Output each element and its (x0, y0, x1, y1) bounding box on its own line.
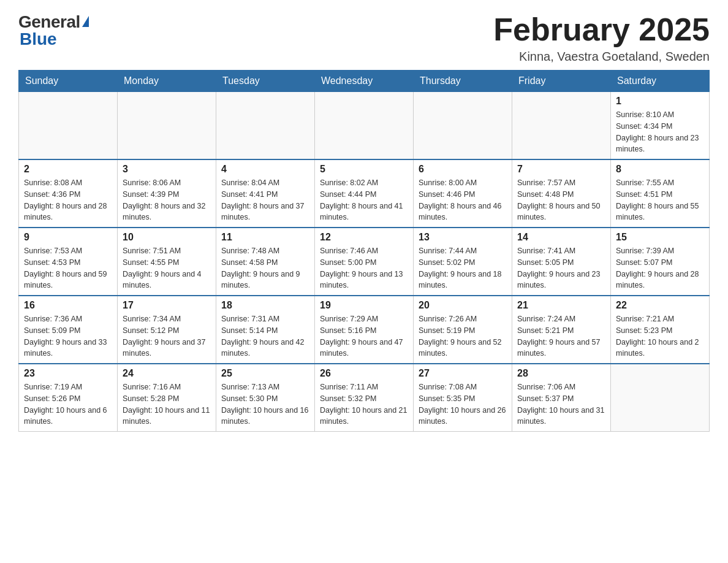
calendar-title: February 2025 (493, 12, 710, 47)
calendar-cell (19, 92, 118, 160)
header-wednesday: Wednesday (315, 71, 414, 92)
calendar-cell (315, 92, 414, 160)
day-number: 11 (221, 232, 309, 243)
calendar-cell: 11Sunrise: 7:48 AMSunset: 4:58 PMDayligh… (216, 228, 315, 296)
day-info: Sunrise: 8:02 AMSunset: 4:44 PMDaylight:… (320, 177, 408, 223)
day-info: Sunrise: 8:04 AMSunset: 4:41 PMDaylight:… (221, 177, 309, 223)
header-sunday: Sunday (19, 71, 118, 92)
day-info: Sunrise: 7:08 AMSunset: 5:35 PMDaylight:… (419, 381, 507, 427)
calendar-week-3: 9Sunrise: 7:53 AMSunset: 4:53 PMDaylight… (19, 228, 710, 296)
calendar-week-1: 1Sunrise: 8:10 AMSunset: 4:34 PMDaylight… (19, 92, 710, 160)
day-number: 13 (419, 232, 507, 243)
header-saturday: Saturday (611, 71, 710, 92)
day-info: Sunrise: 7:06 AMSunset: 5:37 PMDaylight:… (517, 381, 605, 427)
day-number: 2 (24, 164, 112, 175)
day-number: 10 (123, 232, 211, 243)
calendar-cell (611, 364, 710, 432)
calendar-week-2: 2Sunrise: 8:08 AMSunset: 4:36 PMDaylight… (19, 159, 710, 228)
day-number: 4 (221, 164, 309, 175)
calendar-cell: 28Sunrise: 7:06 AMSunset: 5:37 PMDayligh… (512, 364, 611, 432)
day-number: 16 (24, 300, 112, 311)
calendar-cell: 7Sunrise: 7:57 AMSunset: 4:48 PMDaylight… (512, 159, 611, 228)
day-number: 23 (24, 368, 112, 379)
calendar-cell: 18Sunrise: 7:31 AMSunset: 5:14 PMDayligh… (216, 296, 315, 364)
calendar-week-4: 16Sunrise: 7:36 AMSunset: 5:09 PMDayligh… (19, 296, 710, 364)
day-number: 7 (517, 164, 605, 175)
day-number: 19 (320, 300, 408, 311)
calendar-cell (512, 92, 611, 160)
calendar-cell: 23Sunrise: 7:19 AMSunset: 5:26 PMDayligh… (19, 364, 118, 432)
calendar-cell: 5Sunrise: 8:02 AMSunset: 4:44 PMDaylight… (315, 159, 414, 228)
day-info: Sunrise: 7:21 AMSunset: 5:23 PMDaylight:… (616, 313, 704, 359)
calendar-cell: 24Sunrise: 7:16 AMSunset: 5:28 PMDayligh… (118, 364, 216, 432)
header-friday: Friday (512, 71, 611, 92)
day-info: Sunrise: 7:39 AMSunset: 5:07 PMDaylight:… (616, 245, 704, 291)
day-number: 27 (419, 368, 507, 379)
calendar-cell: 20Sunrise: 7:26 AMSunset: 5:19 PMDayligh… (414, 296, 512, 364)
calendar-cell: 25Sunrise: 7:13 AMSunset: 5:30 PMDayligh… (216, 364, 315, 432)
day-number: 26 (320, 368, 408, 379)
calendar-cell: 4Sunrise: 8:04 AMSunset: 4:41 PMDaylight… (216, 159, 315, 228)
day-info: Sunrise: 7:34 AMSunset: 5:12 PMDaylight:… (123, 313, 211, 359)
calendar-cell: 13Sunrise: 7:44 AMSunset: 5:02 PMDayligh… (414, 228, 512, 296)
calendar-cell: 6Sunrise: 8:00 AMSunset: 4:46 PMDaylight… (414, 159, 512, 228)
logo: General Blue (18, 12, 89, 49)
day-number: 6 (419, 164, 507, 175)
calendar-subtitle: Kinna, Vaestra Goetaland, Sweden (493, 50, 710, 64)
day-number: 20 (419, 300, 507, 311)
day-info: Sunrise: 7:29 AMSunset: 5:16 PMDaylight:… (320, 313, 408, 359)
logo-blue-text: Blue (20, 29, 57, 49)
calendar-cell: 2Sunrise: 8:08 AMSunset: 4:36 PMDaylight… (19, 159, 118, 228)
day-info: Sunrise: 7:13 AMSunset: 5:30 PMDaylight:… (221, 381, 309, 427)
calendar-cell (118, 92, 216, 160)
day-info: Sunrise: 8:06 AMSunset: 4:39 PMDaylight:… (123, 177, 211, 223)
calendar-cell: 26Sunrise: 7:11 AMSunset: 5:32 PMDayligh… (315, 364, 414, 432)
day-info: Sunrise: 7:41 AMSunset: 5:05 PMDaylight:… (517, 245, 605, 291)
day-number: 24 (123, 368, 211, 379)
calendar-cell: 14Sunrise: 7:41 AMSunset: 5:05 PMDayligh… (512, 228, 611, 296)
day-number: 1 (616, 96, 704, 107)
calendar-cell: 8Sunrise: 7:55 AMSunset: 4:51 PMDaylight… (611, 159, 710, 228)
day-info: Sunrise: 8:08 AMSunset: 4:36 PMDaylight:… (24, 177, 112, 223)
calendar-cell (414, 92, 512, 160)
calendar-cell: 27Sunrise: 7:08 AMSunset: 5:35 PMDayligh… (414, 364, 512, 432)
day-number: 8 (616, 164, 704, 175)
calendar-cell (216, 92, 315, 160)
day-info: Sunrise: 8:00 AMSunset: 4:46 PMDaylight:… (419, 177, 507, 223)
day-info: Sunrise: 7:26 AMSunset: 5:19 PMDaylight:… (419, 313, 507, 359)
calendar-cell: 19Sunrise: 7:29 AMSunset: 5:16 PMDayligh… (315, 296, 414, 364)
calendar-cell: 3Sunrise: 8:06 AMSunset: 4:39 PMDaylight… (118, 159, 216, 228)
day-info: Sunrise: 7:46 AMSunset: 5:00 PMDaylight:… (320, 245, 408, 291)
day-number: 12 (320, 232, 408, 243)
day-number: 17 (123, 300, 211, 311)
header-monday: Monday (118, 71, 216, 92)
calendar-cell: 15Sunrise: 7:39 AMSunset: 5:07 PMDayligh… (611, 228, 710, 296)
day-number: 15 (616, 232, 704, 243)
day-info: Sunrise: 7:31 AMSunset: 5:14 PMDaylight:… (221, 313, 309, 359)
calendar-cell: 16Sunrise: 7:36 AMSunset: 5:09 PMDayligh… (19, 296, 118, 364)
day-info: Sunrise: 7:44 AMSunset: 5:02 PMDaylight:… (419, 245, 507, 291)
day-info: Sunrise: 7:51 AMSunset: 4:55 PMDaylight:… (123, 245, 211, 291)
header-tuesday: Tuesday (216, 71, 315, 92)
day-info: Sunrise: 7:24 AMSunset: 5:21 PMDaylight:… (517, 313, 605, 359)
calendar-cell: 1Sunrise: 8:10 AMSunset: 4:34 PMDaylight… (611, 92, 710, 160)
day-number: 18 (221, 300, 309, 311)
day-number: 21 (517, 300, 605, 311)
day-info: Sunrise: 7:16 AMSunset: 5:28 PMDaylight:… (123, 381, 211, 427)
day-info: Sunrise: 8:10 AMSunset: 4:34 PMDaylight:… (616, 109, 704, 155)
day-info: Sunrise: 7:57 AMSunset: 4:48 PMDaylight:… (517, 177, 605, 223)
calendar-cell: 9Sunrise: 7:53 AMSunset: 4:53 PMDaylight… (19, 228, 118, 296)
calendar-header-row: SundayMondayTuesdayWednesdayThursdayFrid… (19, 71, 710, 92)
day-info: Sunrise: 7:48 AMSunset: 4:58 PMDaylight:… (221, 245, 309, 291)
day-info: Sunrise: 7:55 AMSunset: 4:51 PMDaylight:… (616, 177, 704, 223)
title-area: February 2025 Kinna, Vaestra Goetaland, … (493, 12, 710, 64)
logo-triangle-icon (82, 16, 89, 27)
day-info: Sunrise: 7:19 AMSunset: 5:26 PMDaylight:… (24, 381, 112, 427)
day-number: 28 (517, 368, 605, 379)
day-number: 5 (320, 164, 408, 175)
day-number: 14 (517, 232, 605, 243)
calendar-cell: 12Sunrise: 7:46 AMSunset: 5:00 PMDayligh… (315, 228, 414, 296)
day-number: 3 (123, 164, 211, 175)
header-thursday: Thursday (414, 71, 512, 92)
day-number: 22 (616, 300, 704, 311)
